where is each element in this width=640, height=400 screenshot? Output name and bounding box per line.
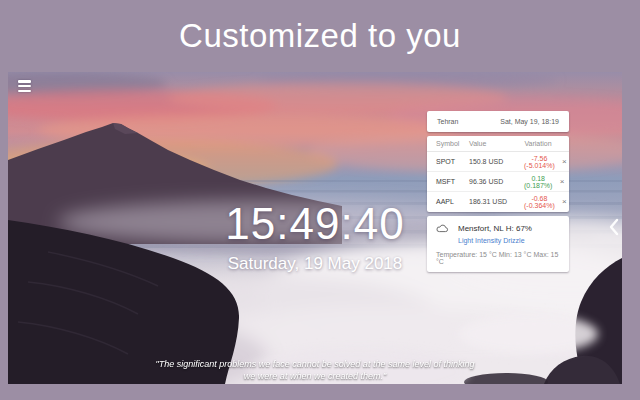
- weather-location: Mensfort, NL H: 67%: [458, 224, 532, 233]
- stock-symbol: MSFT: [436, 178, 469, 185]
- stock-row: MSFT 96.36 USD 0.18 (0.187%) ×: [427, 171, 569, 191]
- x-icon[interactable]: ×: [555, 158, 567, 166]
- stock-variation: 0.18 (0.187%): [524, 175, 552, 189]
- stock-value: 96.36 USD: [469, 178, 524, 185]
- promo-banner: Customized to you: [0, 0, 640, 72]
- location-city: Tehran: [437, 118, 458, 125]
- stock-variation: -7.56 (-5.014%): [524, 155, 555, 169]
- info-panel: Tehran Sat, May 19, 18:19 Symbol Value V…: [427, 111, 569, 272]
- stocks-header-row: Symbol Value Variation: [427, 136, 569, 152]
- stock-value: 150.8 USD: [469, 158, 524, 165]
- stock-symbol: AAPL: [436, 198, 469, 205]
- column-value: Value: [469, 140, 524, 147]
- weather-condition[interactable]: Light Intensity Drizzle: [458, 237, 560, 244]
- quote-text: "The significant problems we face cannot…: [150, 358, 480, 383]
- column-symbol: Symbol: [436, 140, 469, 147]
- menu-button[interactable]: [17, 79, 33, 93]
- x-icon[interactable]: ×: [552, 178, 564, 186]
- stock-row: AAPL 186.31 USD -0.68 (-0.364%) ×: [427, 191, 569, 211]
- stock-symbol: SPOT: [436, 158, 469, 165]
- weather-widget: Mensfort, NL H: 67% Light Intensity Driz…: [427, 216, 569, 272]
- stock-value: 186.31 USD: [469, 198, 524, 205]
- cloud-drizzle-icon: [436, 223, 449, 234]
- hamburger-icon: [18, 80, 31, 83]
- stock-row: SPOT 150.8 USD -7.56 (-5.014%) ×: [427, 152, 569, 171]
- location-datetime: Sat, May 19, 18:19: [500, 118, 559, 125]
- column-variation: Variation: [524, 140, 552, 147]
- stock-variation: -0.68 (-0.364%): [524, 195, 555, 209]
- banner-title: Customized to you: [179, 17, 461, 55]
- x-icon[interactable]: ×: [555, 198, 567, 206]
- city-time-card: Tehran Sat, May 19, 18:19: [427, 111, 569, 132]
- weather-temperatures: Temperature: 15 °C Min: 13 °C Max: 15 °C: [436, 251, 560, 265]
- promo-screenshot: Customized to you: [0, 0, 640, 400]
- chevron-left-icon[interactable]: [608, 218, 620, 236]
- stocks-widget: Symbol Value Variation SPOT 150.8 USD -7…: [427, 136, 569, 212]
- new-tab-page: 15:49:40 Saturday, 19 May 2018 Tehran Sa…: [8, 72, 622, 384]
